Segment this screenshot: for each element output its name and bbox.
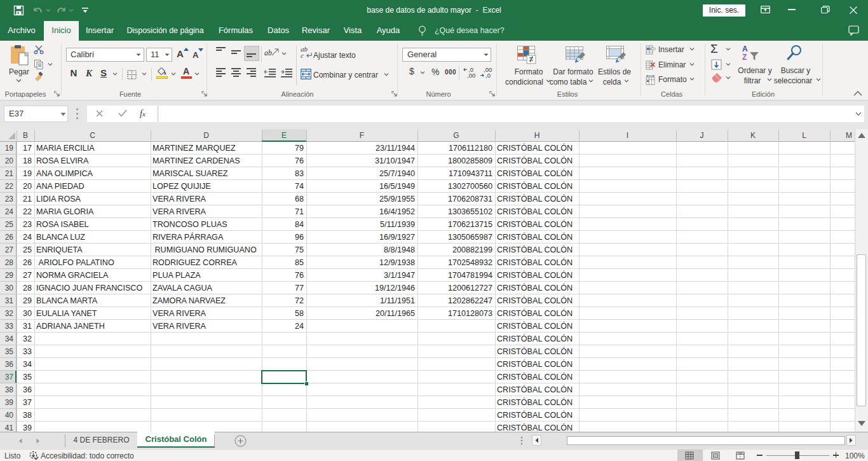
svg-text:,0: ,0: [485, 72, 491, 79]
svg-text:A: A: [742, 45, 748, 53]
svg-text:Z: Z: [742, 53, 747, 62]
svg-text:,00: ,00: [467, 72, 475, 79]
